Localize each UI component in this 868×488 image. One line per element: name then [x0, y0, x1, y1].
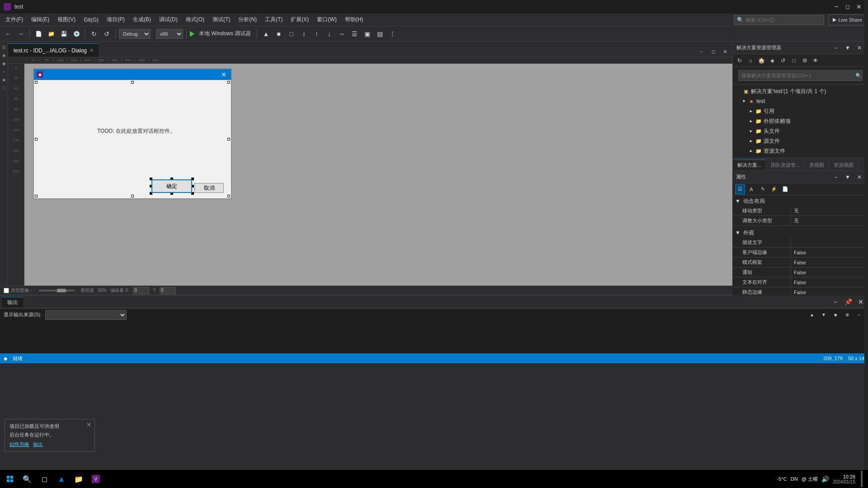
menu-project[interactable]: 项目(P)	[103, 14, 128, 25]
se-home-btn[interactable]: ⌂	[745, 56, 755, 66]
config-dropdown[interactable]: Debug	[119, 29, 151, 39]
menu-extensions[interactable]: 扩展(X)	[287, 14, 312, 25]
se-pin-btn[interactable]: −	[831, 43, 841, 53]
show-desktop-btn[interactable]	[861, 471, 863, 487]
dialog-close-icon[interactable]: ✕	[219, 70, 228, 79]
notification-output-link[interactable]: 输出	[33, 441, 43, 448]
save-all-button[interactable]: 💿	[71, 28, 82, 39]
global-search-box[interactable]: 🔍	[734, 15, 824, 25]
resize-handle-br[interactable]	[227, 195, 230, 197]
activity-btn-2[interactable]: ■	[0, 52, 8, 59]
toolbar-btn-j[interactable]: ⋮	[387, 28, 398, 39]
activity-btn-4[interactable]: ○	[0, 68, 8, 75]
menu-edit[interactable]: 编辑(E)	[28, 14, 53, 25]
output-minimize-btn[interactable]: −	[830, 296, 841, 307]
activity-btn-1[interactable]: ☰	[0, 43, 8, 51]
menu-git[interactable]: Git(G)	[80, 15, 102, 25]
output-down-btn[interactable]: ▼	[818, 310, 829, 320]
props-alpha-btn[interactable]: A	[746, 184, 756, 194]
global-search-input[interactable]	[745, 17, 809, 23]
menu-tools[interactable]: 工具(T)	[261, 14, 286, 25]
se-preview-btn[interactable]: 👁	[811, 56, 821, 66]
props-scrollbar[interactable]	[864, 0, 868, 488]
tab-dialog[interactable]: test.rc - IDD_...IALOG - Dialog ✕	[8, 43, 99, 57]
menu-view[interactable]: 视图(V)	[54, 14, 79, 25]
menu-format[interactable]: 格式(O)	[182, 14, 208, 25]
props-dropdown-btn[interactable]: ▼	[843, 172, 853, 182]
close-button[interactable]: ✕	[854, 1, 864, 12]
props-close-btn[interactable]: ✕	[854, 172, 864, 182]
se-tab-team[interactable]: 团队资源管...	[766, 160, 805, 170]
activity-btn-3[interactable]: ◆	[0, 60, 8, 67]
resize-handle-l[interactable]	[35, 138, 38, 141]
se-new-btn[interactable]: ◈	[767, 56, 777, 66]
tab-minimize-btn[interactable]: −	[696, 46, 707, 57]
se-sync-btn[interactable]: ↻	[735, 56, 745, 66]
live-share-button[interactable]: ▶ Live Share	[829, 14, 866, 25]
dialog-cancel-button[interactable]: 取消	[194, 183, 224, 193]
tree-resources[interactable]: ► 📁 资源文件	[733, 146, 868, 156]
dialog-window[interactable]: ◆ ✕ TODO: 在此处放置对	[33, 68, 232, 199]
props-section-appearance-header[interactable]: ▼ 外观	[732, 228, 868, 238]
props-edit-btn[interactable]: ✎	[758, 184, 768, 194]
props-category-btn[interactable]: ☵	[735, 184, 745, 194]
resize-handle-r[interactable]	[227, 138, 230, 141]
toolbar-btn-f[interactable]: ↔	[336, 28, 347, 39]
tree-external-deps[interactable]: ► 📁 外部依赖项	[733, 116, 868, 126]
resize-handle-bl[interactable]	[35, 195, 38, 197]
new-file-button[interactable]: 📄	[33, 28, 44, 39]
vs-taskbar-icon[interactable]: V	[88, 471, 104, 487]
grid-x-input[interactable]	[133, 287, 149, 294]
edge-taskbar-icon[interactable]: ▲	[53, 471, 70, 487]
props-page-btn[interactable]: 📄	[780, 184, 790, 194]
notification-always-ignore-link[interactable]: 始终忽略	[9, 441, 29, 448]
resize-handle-tr[interactable]	[227, 81, 230, 84]
menu-build[interactable]: 生成(B)	[129, 14, 155, 25]
se-refresh-btn[interactable]: ↺	[778, 56, 788, 66]
proto-checkbox[interactable]	[4, 288, 9, 293]
toolbar-btn-a[interactable]: ■	[273, 28, 284, 39]
open-file-button[interactable]: 📁	[46, 28, 57, 39]
se-filter-btn[interactable]: 🏠	[756, 56, 766, 66]
se-tab-solution[interactable]: 解决方案...	[733, 160, 766, 170]
notification-close-icon[interactable]: ✕	[86, 421, 92, 428]
explorer-taskbar-icon[interactable]: 📁	[71, 471, 87, 487]
output-source-select[interactable]	[45, 310, 127, 320]
save-button[interactable]: 💾	[58, 28, 69, 39]
attach-button[interactable]: ▲	[260, 28, 271, 39]
toolbar-btn-d[interactable]: ↑	[311, 28, 322, 39]
menu-file[interactable]: 文件(F)	[2, 14, 27, 25]
se-collapse-btn[interactable]: □	[789, 56, 799, 66]
minimize-button[interactable]: −	[831, 1, 842, 12]
output-clear-btn[interactable]: ⊗	[842, 310, 853, 320]
start-button[interactable]	[2, 471, 18, 487]
tree-references[interactable]: ► 📁 引用	[733, 106, 868, 116]
dialog-ok-button[interactable]: 确定	[151, 179, 192, 193]
props-event-btn[interactable]: ⚡	[769, 184, 779, 194]
tab-close-btn[interactable]: ✕	[720, 46, 731, 57]
canvas-area[interactable]: 0 20 40 60 80 100 120 140 160 180 200 ◆ …	[8, 64, 732, 286]
undo-button[interactable]: ↻	[89, 28, 99, 39]
toolbar-btn-h[interactable]: ▣	[362, 28, 373, 39]
tab-close-icon[interactable]: ✕	[90, 47, 94, 53]
toolbar-btn-i[interactable]: ▤	[374, 28, 385, 39]
tree-sources[interactable]: ► 📁 源文件	[733, 136, 868, 146]
menu-analyze[interactable]: 分析(N)	[235, 14, 260, 25]
output-up-btn[interactable]: ▲	[807, 310, 817, 320]
activity-btn-5[interactable]: ■	[0, 76, 8, 83]
se-close-btn[interactable]: ✕	[854, 43, 864, 53]
search-taskbar-icon[interactable]: 🔍	[19, 471, 35, 487]
taskview-icon[interactable]: ▢	[36, 471, 52, 487]
toolbar-btn-e[interactable]: ↓	[324, 28, 335, 39]
menu-window[interactable]: 窗口(W)	[313, 14, 340, 25]
resize-handle-tl[interactable]	[35, 81, 38, 84]
resize-handle-t[interactable]	[131, 81, 134, 84]
se-dropdown-btn[interactable]: ▼	[843, 43, 853, 53]
output-copy-btn[interactable]: ■	[830, 310, 841, 320]
debug-run-button[interactable]: 本地 Windows 调试器	[196, 28, 254, 39]
toolbar-btn-g[interactable]: ☰	[349, 28, 360, 39]
toolbar-btn-c[interactable]: ↕	[298, 28, 309, 39]
tab-restore-btn[interactable]: ◻	[708, 46, 719, 57]
grid-y-input[interactable]	[160, 287, 176, 294]
output-pin-btn[interactable]: 📌	[843, 296, 854, 307]
